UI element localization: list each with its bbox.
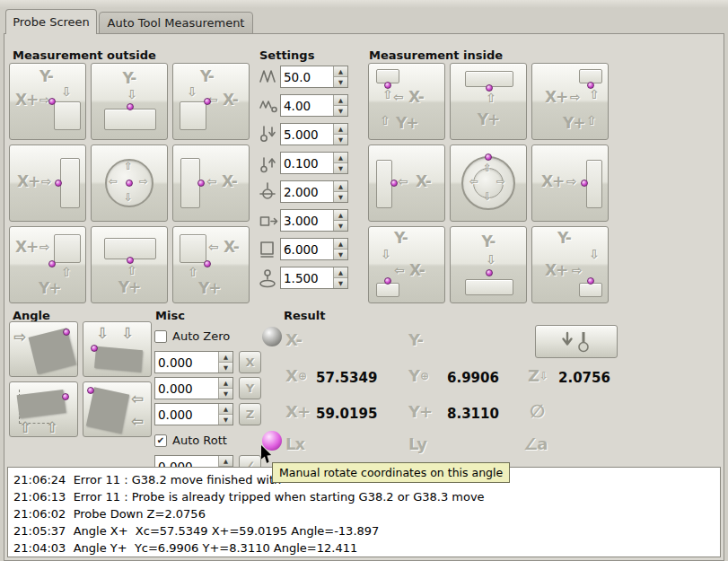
probe-outside-ym-button[interactable]: Y- ⇩ bbox=[91, 63, 168, 140]
spin-up-button[interactable]: ▲ bbox=[219, 378, 232, 388]
spin-down-button[interactable]: ▼ bbox=[334, 105, 347, 116]
probe-button-label: X- bbox=[224, 238, 239, 256]
probe-point-dot bbox=[384, 82, 391, 89]
spin-up-button[interactable]: ▲ bbox=[334, 66, 347, 76]
max-probe-distance-input[interactable] bbox=[281, 124, 333, 145]
offset-y-input[interactable] bbox=[155, 378, 218, 399]
xy-clearance-icon bbox=[257, 210, 280, 232]
probe-inside-xp-button[interactable]: ⇨ X+ bbox=[531, 145, 609, 222]
z-clearance-input[interactable] bbox=[281, 267, 333, 288]
probe-inside-yp-button[interactable]: ⇧ Y+ bbox=[450, 63, 527, 140]
spin-down-button[interactable]: ▼ bbox=[219, 388, 232, 399]
probe-button-label: Y+ bbox=[198, 279, 221, 297]
spin-up-button[interactable]: ▲ bbox=[334, 267, 347, 277]
spin-down-button[interactable]: ▼ bbox=[334, 249, 347, 259]
auto-rott-label: Auto Rott bbox=[172, 434, 262, 447]
spin-up-button[interactable]: ▲ bbox=[334, 210, 347, 220]
spin-up-button[interactable]: ▲ bbox=[334, 153, 347, 162]
probe-button-label: X- bbox=[223, 91, 238, 109]
spin-down-button[interactable]: ▼ bbox=[334, 220, 347, 231]
spin-down-button[interactable]: ▼ bbox=[219, 362, 232, 373]
spin-down-button[interactable]: ▼ bbox=[334, 76, 347, 87]
probe-point-dot bbox=[587, 82, 594, 89]
probe-outside-xp-button[interactable]: X+ ⇨ bbox=[9, 145, 86, 222]
setting-row: ▲▼ bbox=[257, 208, 348, 232]
workpiece-rect bbox=[54, 101, 81, 130]
arrow-up-icon: ⇧ bbox=[483, 162, 492, 174]
fast-probe-feed-input[interactable] bbox=[281, 66, 333, 87]
set-z-button[interactable]: Z bbox=[239, 403, 261, 425]
probe-down-button[interactable] bbox=[535, 325, 618, 358]
probe-inside-xm-button[interactable]: ⇦ X- bbox=[368, 145, 445, 222]
probe-point-dot bbox=[486, 84, 493, 92]
probe-outside-corner-xp-yp-button[interactable]: X+ ⇨ ⇧ Y+ bbox=[9, 226, 86, 303]
arrow-right-icon: ⇨ bbox=[41, 174, 52, 188]
probe-inside-corner-xp-yp-button[interactable]: ⇧ X+ ⇨ Y+ ⇧ bbox=[531, 63, 609, 140]
tab-probe-screen[interactable]: Probe Screen bbox=[5, 9, 97, 34]
spin-down-button[interactable]: ▼ bbox=[334, 191, 347, 202]
tab-auto-tool-measurement[interactable]: Auto Tool Measurement bbox=[99, 12, 253, 34]
max-probe-distance-spinbox: ▲▼ bbox=[280, 123, 348, 145]
probe-outside-corner-xm-ym-button[interactable]: Y- ⇩ ⇦ X- bbox=[172, 63, 250, 140]
arrow-left-icon: ⇦ bbox=[206, 174, 217, 188]
auto-rott-checkbox[interactable]: ✔ bbox=[154, 434, 167, 447]
offset-x-input[interactable] bbox=[155, 352, 218, 373]
angle-xm-button[interactable]: ⇦ ⇦ bbox=[83, 381, 152, 437]
xy-clearance-input[interactable] bbox=[281, 210, 333, 231]
probe-outside-yp-button[interactable]: ⇧ Y+ bbox=[91, 226, 168, 303]
probe-inside-corner-xm-yp-button[interactable]: ⇧ ⇦ X- ⇧ Y+ bbox=[368, 63, 445, 140]
arrow-up-icon: ⇧ bbox=[127, 263, 137, 277]
probe-button-label: X- bbox=[408, 88, 424, 106]
probe-outside-corner-xp-ym-button[interactable]: Y- ⇩ X+ ⇨ bbox=[9, 63, 86, 140]
auto-zero-checkbox[interactable] bbox=[154, 330, 167, 343]
probe-outside-corner-xm-yp-button[interactable]: ⇦ X- ⇧ Y+ bbox=[172, 226, 250, 303]
workpiece-rect bbox=[60, 158, 80, 208]
probe-outside-center-button[interactable]: ⇧ ⇩ ⇦ ⇨ bbox=[91, 145, 168, 222]
spin-up-button[interactable]: ▲ bbox=[334, 124, 347, 134]
spin-up-button[interactable]: ▲ bbox=[219, 352, 232, 362]
probe-button-label: Y+ bbox=[563, 114, 585, 132]
offset-z-input[interactable] bbox=[155, 404, 218, 425]
edge-length-input[interactable] bbox=[281, 239, 333, 259]
tilted-plate-shape bbox=[86, 387, 129, 433]
result-xcenter-label: X⊕ bbox=[285, 366, 306, 385]
arrow-left-icon: ⇦ bbox=[131, 390, 144, 408]
spin-down-button[interactable]: ▼ bbox=[334, 134, 347, 145]
log-line: 21:06:13 Error 11 : Probe is already tri… bbox=[13, 488, 715, 505]
probe-point-dot bbox=[48, 260, 56, 267]
spin-up-button[interactable]: ▲ bbox=[219, 456, 232, 466]
spin-up-button[interactable]: ▲ bbox=[334, 181, 347, 191]
probe-inside-center-button[interactable]: ⇧ ⇩ ⇦ ⇨ bbox=[450, 145, 527, 222]
section-title-angle: Angle bbox=[13, 309, 50, 322]
edge-length-icon bbox=[257, 239, 280, 260]
probe-outside-xm-button[interactable]: ⇦ X- bbox=[172, 145, 250, 222]
spin-down-button[interactable]: ▼ bbox=[334, 162, 347, 173]
angle-xp-button[interactable]: ⇨ bbox=[9, 321, 78, 377]
probe-down-icon bbox=[557, 330, 596, 354]
angle-ym-button[interactable]: ⇩ ⇩ bbox=[83, 321, 152, 377]
set-x-button[interactable]: X bbox=[239, 351, 261, 373]
slow-probe-feed-input[interactable] bbox=[281, 95, 333, 116]
probe-diameter-input[interactable] bbox=[281, 181, 333, 202]
latch-return-distance-spinbox: ▲▼ bbox=[280, 152, 348, 174]
section-title-measurement-outside: Measurement outside bbox=[13, 48, 156, 62]
spin-down-button[interactable]: ▼ bbox=[219, 414, 232, 425]
latch-return-distance-input[interactable] bbox=[281, 153, 333, 173]
probe-inside-ym-button[interactable]: Y- ⇩ bbox=[450, 226, 527, 303]
tilted-plate-shape bbox=[94, 346, 143, 372]
spin-up-button[interactable]: ▲ bbox=[334, 95, 347, 105]
spin-up-button[interactable]: ▲ bbox=[334, 239, 347, 249]
probe-inside-corner-xp-ym-button[interactable]: Y- ⇩ X+ ⇨ bbox=[531, 226, 609, 303]
spin-up-button[interactable]: ▲ bbox=[219, 404, 232, 414]
fast-probe-feed-icon bbox=[257, 66, 280, 88]
arrow-down-icon: ⇩ bbox=[187, 84, 197, 99]
probe-button-label: Y+ bbox=[92, 278, 167, 296]
slow-probe-feed-icon bbox=[257, 95, 280, 117]
angle-yp-button[interactable]: ⇧ ⇧ bbox=[9, 381, 78, 437]
arrow-right-icon: ⇨ bbox=[39, 240, 50, 254]
set-y-button[interactable]: Y bbox=[239, 377, 261, 399]
log-line: 21:04:03 Angle Y+ Yc=6.9906 Y+=8.3110 An… bbox=[13, 539, 715, 557]
result-xplus-value: 59.0195 bbox=[316, 406, 377, 422]
spin-down-button[interactable]: ▼ bbox=[334, 277, 347, 288]
probe-inside-corner-xm-ym-button[interactable]: Y- ⇩ ⇦ X- bbox=[368, 226, 445, 303]
